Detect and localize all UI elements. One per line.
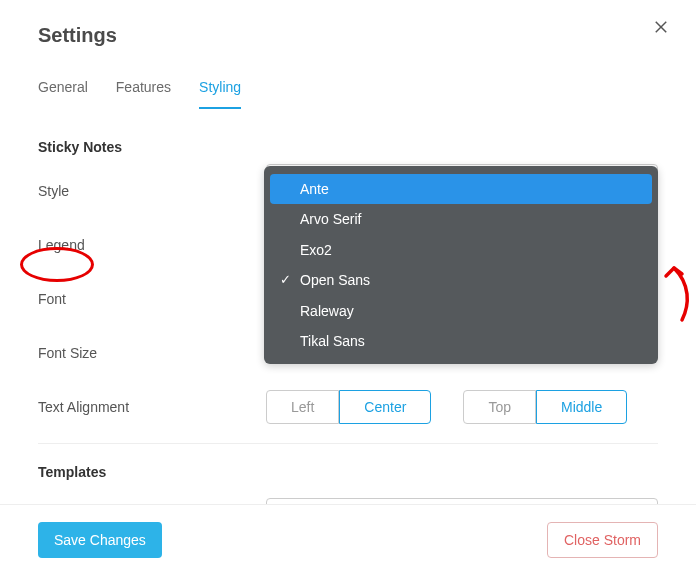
tab-styling[interactable]: Styling [199,73,241,109]
segmented-vertical-alignment: Top Middle [463,390,627,424]
check-icon: ✓ [280,270,291,291]
align-middle-button[interactable]: Middle [536,390,627,424]
font-option-arvo-serif[interactable]: Arvo Serif [270,204,652,234]
align-top-button[interactable]: Top [463,390,536,424]
segmented-horizontal-alignment: Left Center [266,390,431,424]
font-option-ante[interactable]: Ante [270,174,652,204]
close-icon[interactable] [652,18,676,42]
label-style: Style [38,183,266,199]
save-changes-button[interactable]: Save Changes [38,522,162,558]
tabs: General Features Styling [38,73,658,109]
label-font-size: Font Size [38,345,266,361]
font-option-exo2[interactable]: Exo2 [270,235,652,265]
font-option-raleway[interactable]: Raleway [270,296,652,326]
align-center-button[interactable]: Center [339,390,431,424]
label-font: Font [38,291,266,307]
font-option-tikal-sans[interactable]: Tikal Sans [270,326,652,356]
page-title: Settings [38,24,117,47]
close-storm-button[interactable]: Close Storm [547,522,658,558]
section-sticky-notes-title: Sticky Notes [38,139,658,155]
align-left-button[interactable]: Left [266,390,339,424]
font-option-label: Open Sans [300,272,370,288]
label-text-alignment: Text Alignment [38,399,266,415]
section-templates-title: Templates [38,464,658,480]
font-dropdown-popup[interactable]: Ante Arvo Serif Exo2 ✓ Open Sans Raleway… [264,166,658,364]
divider [38,443,658,444]
label-legend: Legend [38,237,266,253]
font-option-open-sans[interactable]: ✓ Open Sans [270,265,652,295]
tab-general[interactable]: General [38,73,88,109]
tab-features[interactable]: Features [116,73,171,109]
